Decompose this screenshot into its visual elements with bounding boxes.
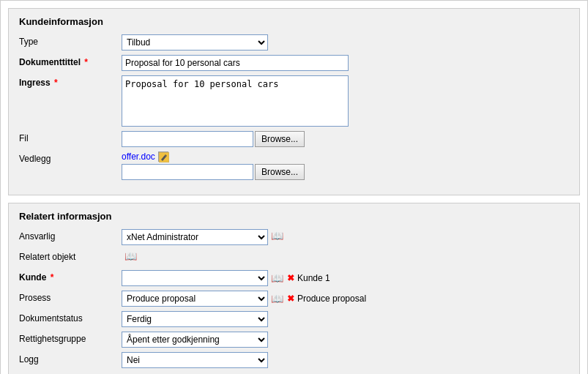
type-select[interactable]: Tilbud [122,34,268,51]
prosess-delete-icon[interactable]: ✖ [287,293,294,304]
dokumenttittel-required: * [82,57,88,67]
dokumentstatus-row: Dokumentstatus Ferdig [19,311,569,327]
fil-field: Browse... [122,131,569,147]
prosess-select[interactable]: Produce proposal [122,291,268,307]
ingress-field: Proposal for 10 personal cars [122,75,569,127]
ingress-required: * [52,78,58,88]
rettighetsgruppe-label: Rettighetsgruppe [19,332,122,344]
rettighetsgruppe-select[interactable]: Åpent etter godkjenning [122,332,268,348]
logg-select[interactable]: Nei [122,352,268,368]
dokumenttittel-row: Dokumenttittel * [19,55,569,71]
kunde-select[interactable] [122,270,268,286]
prosess-tag: Produce proposal [297,293,366,304]
logg-label: Logg [19,352,122,364]
kunde-book-icon[interactable]: 📖 [271,272,284,285]
relatert-informasjon-section: Relatert informasjon Ansvarlig xNet Admi… [8,203,580,374]
dokumentstatus-select[interactable]: Ferdig [122,311,268,327]
ingress-label: Ingress * [19,75,122,88]
dokumenttittel-input[interactable] [122,55,349,71]
dokumentstatus-field: Ferdig [122,311,569,327]
fil-row: Fil Browse... [19,131,569,147]
logg-row: Logg Nei [19,352,569,368]
relatert-objekt-book-icon[interactable]: 📖 [124,250,138,263]
ansvarlig-select[interactable]: xNet Administrator [122,229,268,245]
kunde-tag: Kunde 1 [297,273,330,283]
type-field: Tilbud [122,34,569,51]
ingress-row: Ingress * Proposal for 10 personal cars [19,75,569,127]
prosess-row: Prosess Produce proposal 📖 ✖ Produce pro… [19,291,569,307]
kundeinformasjon-section: Kundeinformasjon Type Tilbud Dokumenttit… [8,8,580,195]
kunde-required: * [48,272,53,283]
dokumenttittel-field [122,55,569,71]
vedlegg-input[interactable] [122,164,253,180]
vedlegg-row: Vedlegg offer.doc Browse... [19,152,569,180]
fil-browse-button[interactable]: Browse... [255,131,305,147]
offer-doc-row: offer.doc [122,152,168,162]
logg-field: Nei [122,352,569,368]
ansvarlig-row: Ansvarlig xNet Administrator 📖 [19,229,569,245]
rettighetsgruppe-field: Åpent etter godkjenning [122,332,569,348]
offer-doc-filename: offer.doc [122,152,155,162]
relatert-objekt-field: 📖 [122,250,569,263]
ansvarlig-label: Ansvarlig [19,229,122,242]
kunde-label: Kunde * [19,270,122,283]
type-row: Type Tilbud [19,34,569,51]
ingress-textarea[interactable]: Proposal for 10 personal cars [122,75,349,127]
relatert-objekt-label: Relatert objekt [19,250,122,262]
fil-label: Fil [19,131,122,143]
dokumenttittel-label: Dokumenttittel * [19,55,122,67]
page-container: Kundeinformasjon Type Tilbud Dokumenttit… [0,0,588,374]
ansvarlig-field: xNet Administrator 📖 [122,229,569,245]
kunde-row: Kunde * 📖 ✖ Kunde 1 [19,270,569,286]
kunde-delete-icon[interactable]: ✖ [287,273,294,283]
kundeinformasjon-title: Kundeinformasjon [19,16,569,27]
prosess-field: Produce proposal 📖 ✖ Produce proposal [122,291,569,307]
relatert-informasjon-title: Relatert informasjon [19,211,569,222]
type-label: Type [19,34,122,47]
rettighetsgruppe-row: Rettighetsgruppe Åpent etter godkjenning [19,332,569,348]
vedlegg-label: Vedlegg [19,152,122,164]
kunde-field: 📖 ✖ Kunde 1 [122,270,569,286]
fil-input[interactable] [122,131,253,147]
edit-icon[interactable] [158,152,168,162]
prosess-book-icon[interactable]: 📖 [271,292,284,305]
ansvarlig-book-icon[interactable]: 📖 [271,229,284,242]
vedlegg-field: offer.doc Browse... [122,152,569,180]
prosess-label: Prosess [19,291,122,303]
relatert-objekt-row: Relatert objekt 📖 [19,250,569,266]
vedlegg-browse-button[interactable]: Browse... [255,164,305,180]
dokumentstatus-label: Dokumentstatus [19,311,122,323]
